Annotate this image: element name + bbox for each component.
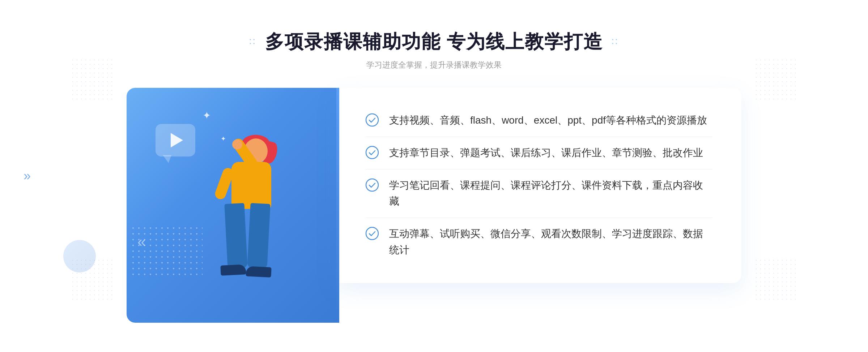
feature-text-3: 学习笔记回看、课程提问、课程评论打分、课件资料下载，重点内容收藏 — [389, 177, 712, 210]
features-accent-bar — [336, 88, 339, 323]
title-dots-left: ⁚⁚ — [249, 38, 256, 46]
figure-torso — [231, 162, 271, 209]
figure-pants-left — [224, 203, 247, 269]
dot-pattern-top-left — [71, 58, 114, 101]
figure-shoe-left — [220, 264, 246, 276]
feature-item-4: 互动弹幕、试听购买、微信分享、观看次数限制、学习进度跟踪、数据统计 — [365, 219, 712, 265]
illustration-panel: « ✦ ✦ — [127, 88, 336, 323]
feature-text-2: 支持章节目录、弹题考试、课后练习、课后作业、章节测验、批改作业 — [389, 145, 703, 161]
title-text: 多项录播课辅助功能 专为线上教学打造 — [265, 29, 603, 55]
main-title: ⁚⁚ 多项录播课辅助功能 专为线上教学打造 ⁚⁚ — [249, 29, 619, 55]
feature-divider-1 — [365, 137, 712, 137]
check-icon-2 — [365, 146, 379, 159]
feature-item-1: 支持视频、音频、flash、word、excel、ppt、pdf等各种格式的资源… — [365, 106, 712, 135]
title-dots-right: ⁚⁚ — [612, 38, 619, 46]
feature-text-1: 支持视频、音频、flash、word、excel、ppt、pdf等各种格式的资源… — [389, 112, 707, 129]
check-icon-3 — [365, 178, 379, 192]
dot-pattern-top-right — [754, 58, 797, 101]
svg-point-1 — [366, 146, 378, 159]
features-panel: 支持视频、音频、flash、word、excel、ppt、pdf等各种格式的资源… — [336, 88, 741, 283]
svg-point-3 — [366, 227, 378, 240]
subtitle-text: 学习进度全掌握，提升录播课教学效果 — [249, 60, 619, 70]
feature-item-2: 支持章节目录、弹题考试、课后练习、课后作业、章节测验、批改作业 — [365, 138, 712, 168]
content-wrapper: « ✦ ✦ — [127, 88, 741, 323]
blue-circle-small — [63, 240, 96, 272]
play-triangle-icon — [171, 133, 183, 147]
feature-text-4: 互动弹幕、试听购买、微信分享、观看次数限制、学习进度跟踪、数据统计 — [389, 226, 712, 258]
feature-divider-2 — [365, 169, 712, 169]
sparkle-icon-1: ✦ — [203, 110, 211, 121]
feature-item-3: 学习笔记回看、课程提问、课程评论打分、课件资料下载，重点内容收藏 — [365, 171, 712, 216]
svg-point-2 — [366, 179, 378, 191]
header-section: ⁚⁚ 多项录播课辅助功能 专为线上教学打造 ⁚⁚ 学习进度全掌握，提升录播课教学… — [249, 29, 619, 70]
check-icon-1 — [365, 113, 379, 127]
figure-hand-right — [230, 137, 244, 151]
check-icon-4 — [365, 227, 379, 240]
chevron-left-decoration: » — [24, 168, 31, 184]
figure-shoe-right — [246, 266, 271, 278]
features-panel-wrapper: 支持视频、音频、flash、word、excel、ppt、pdf等各种格式的资源… — [336, 88, 741, 323]
feature-divider-3 — [365, 218, 712, 218]
dot-pattern-bottom-right — [754, 258, 797, 301]
figure-pants-right — [247, 203, 270, 269]
svg-point-0 — [366, 114, 378, 126]
figure-illustration — [188, 120, 297, 323]
illus-chevron-icon: « — [137, 233, 146, 250]
